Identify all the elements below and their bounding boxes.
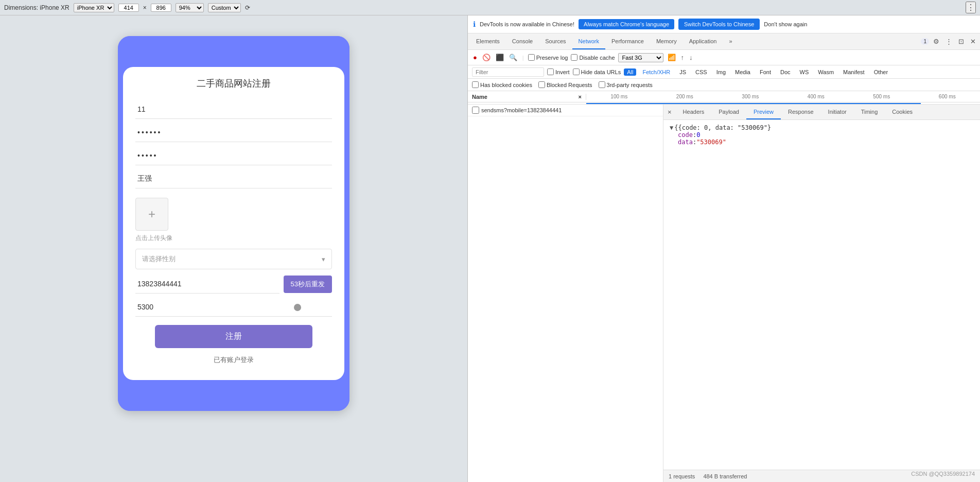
filter-fetch-button[interactable]: Fetch/XHR <box>639 68 673 76</box>
response-tabs: × Headers Payload Preview Response Initi… <box>663 105 980 120</box>
search-button[interactable]: 🔍 <box>508 53 518 62</box>
confirm-password-input[interactable] <box>135 146 332 165</box>
form-title: 二手商品网站注册 <box>135 77 332 90</box>
json-collapse-toggle[interactable]: ▼ <box>670 124 673 131</box>
wifi-button[interactable]: 📶 <box>667 53 677 62</box>
filter-media-button[interactable]: Media <box>732 68 754 76</box>
request-row[interactable]: sendsms?mobile=13823844441 <box>468 105 663 116</box>
filter-js-button[interactable]: JS <box>676 68 689 76</box>
tab-more[interactable]: » <box>723 33 738 49</box>
tab-console[interactable]: Console <box>506 33 539 49</box>
more-options-button[interactable]: ⋮ <box>943 37 954 46</box>
device-select[interactable]: iPhone XR <box>74 3 114 12</box>
transferred-size: 484 B transferred <box>703 473 747 479</box>
filter-all-button[interactable]: All <box>624 68 636 76</box>
network-name-col: sendsms?mobile=13823844441 <box>468 105 663 482</box>
more-button[interactable]: ⋮ <box>966 2 976 13</box>
filter-img-button[interactable]: Img <box>713 68 729 76</box>
tab-headers[interactable]: Headers <box>676 105 712 119</box>
throttle-select[interactable]: Fast 3G Slow 3G No throttling <box>618 53 663 62</box>
filter-doc-button[interactable]: Doc <box>777 68 794 76</box>
phone-input[interactable] <box>135 100 332 119</box>
json-data-value: "530069" <box>696 139 726 146</box>
zoom-select[interactable]: 94% 100% <box>176 3 204 12</box>
json-data-key: data <box>678 139 693 146</box>
disable-cache-label[interactable]: Disable cache <box>571 54 615 61</box>
close-devtools-button[interactable]: ✕ <box>968 37 978 46</box>
filter-input[interactable] <box>472 67 544 77</box>
tab-timing[interactable]: Timing <box>854 105 885 119</box>
login-link[interactable]: 已有账户登录 <box>135 355 332 365</box>
resend-button[interactable]: 53秒后重发 <box>284 276 332 293</box>
tab-response[interactable]: Response <box>781 105 821 119</box>
json-code-key: code <box>678 131 693 139</box>
clear-button[interactable]: 🚫 <box>481 53 492 62</box>
blocked-cookies-label[interactable]: Has blocked cookies <box>472 81 532 88</box>
tab-elements[interactable]: Elements <box>470 33 506 49</box>
invert-label[interactable]: Invert <box>547 68 570 75</box>
hide-data-urls-label[interactable]: Hide data URLs <box>573 68 621 75</box>
tab-sources[interactable]: Sources <box>539 33 572 49</box>
disable-cache-checkbox[interactable] <box>571 54 577 61</box>
code-input[interactable] <box>135 298 332 317</box>
tab-application[interactable]: Application <box>683 33 723 49</box>
timeline-header: Name × 100 ms 200 ms 300 ms 400 ms 500 m… <box>468 91 980 102</box>
info-icon: ℹ <box>473 20 476 28</box>
tab-memory[interactable]: Memory <box>650 33 683 49</box>
dimensions-label: Dimensions: iPhone XR <box>4 4 69 11</box>
tab-network[interactable]: Network <box>572 33 605 49</box>
dont-show-button[interactable]: Don't show again <box>764 21 807 27</box>
filter-toggle-button[interactable]: ⬛ <box>495 53 505 62</box>
request-checkbox[interactable] <box>472 107 479 114</box>
register-button[interactable]: 注册 <box>155 325 312 348</box>
record-button[interactable]: ● <box>472 53 478 62</box>
preserve-log-checkbox[interactable] <box>528 54 535 61</box>
tab-performance[interactable]: Performance <box>605 33 650 49</box>
password-input[interactable] <box>135 123 332 142</box>
plus-icon: + <box>148 207 155 221</box>
mobile-input[interactable] <box>135 274 279 294</box>
filter-font-button[interactable]: Font <box>757 68 774 76</box>
upload-label: 点击上传头像 <box>135 234 332 243</box>
top-bar: Dimensions: iPhone XR iPhone XR × 94% 10… <box>0 0 980 15</box>
custom-select[interactable]: Custom <box>208 3 241 12</box>
settings-button[interactable]: ⚙ <box>931 37 941 46</box>
filter-css-button[interactable]: CSS <box>692 68 710 76</box>
json-data-line: data : "530069" <box>670 139 974 146</box>
filter-ws-button[interactable]: WS <box>797 68 812 76</box>
hide-data-urls-checkbox[interactable] <box>573 68 580 75</box>
height-input[interactable] <box>151 4 171 12</box>
response-close-button[interactable]: × <box>663 105 676 119</box>
devtools-notification: ℹ DevTools is now available in Chinese! … <box>468 15 980 33</box>
avatar-upload[interactable]: + <box>135 198 168 231</box>
main-area: 二手商品网站注册 + 点击上传头像 请选择性别 ▾ 53秒后重发 <box>0 15 980 482</box>
tab-payload[interactable]: Payload <box>711 105 746 119</box>
tab-preview[interactable]: Preview <box>746 105 781 119</box>
tab-initiator[interactable]: Initiator <box>821 105 854 119</box>
blocked-requests-label[interactable]: Blocked Requests <box>538 81 592 88</box>
width-input[interactable] <box>118 4 139 12</box>
blocked-cookies-checkbox[interactable] <box>472 81 479 88</box>
match-language-button[interactable]: Always match Chrome's language <box>579 19 674 29</box>
filter-wasm-button[interactable]: Wasm <box>815 68 837 76</box>
tab-cookies[interactable]: Cookies <box>885 105 920 119</box>
blocked-requests-checkbox[interactable] <box>538 81 545 88</box>
blocked-row: Has blocked cookies Blocked Requests 3rd… <box>468 79 980 91</box>
request-name[interactable]: sendsms?mobile=13823844441 <box>481 107 562 113</box>
gender-select[interactable]: 请选择性别 ▾ <box>135 249 332 269</box>
upload-icon-button[interactable]: ↑ <box>680 53 686 62</box>
preserve-log-label[interactable]: Preserve log <box>528 54 568 61</box>
network-details-col: × Headers Payload Preview Response Initi… <box>663 105 980 482</box>
third-party-label[interactable]: 3rd-party requests <box>599 81 653 88</box>
name-input[interactable] <box>135 169 332 188</box>
json-code-line: code : 0 <box>670 131 974 139</box>
download-icon-button[interactable]: ↓ <box>688 53 694 62</box>
switch-chinese-button[interactable]: Switch DevTools to Chinese <box>678 19 760 30</box>
invert-checkbox[interactable] <box>547 68 554 75</box>
third-party-checkbox[interactable] <box>599 81 605 88</box>
network-toolbar: ● 🚫 ⬛ 🔍 | Preserve log Disable cache Fas… <box>468 50 980 65</box>
dock-button[interactable]: ⊡ <box>956 37 966 46</box>
filter-manifest-button[interactable]: Manifest <box>840 68 868 76</box>
filter-row: Invert Hide data URLs All Fetch/XHR JS C… <box>468 65 980 79</box>
filter-other-button[interactable]: Other <box>871 68 891 76</box>
